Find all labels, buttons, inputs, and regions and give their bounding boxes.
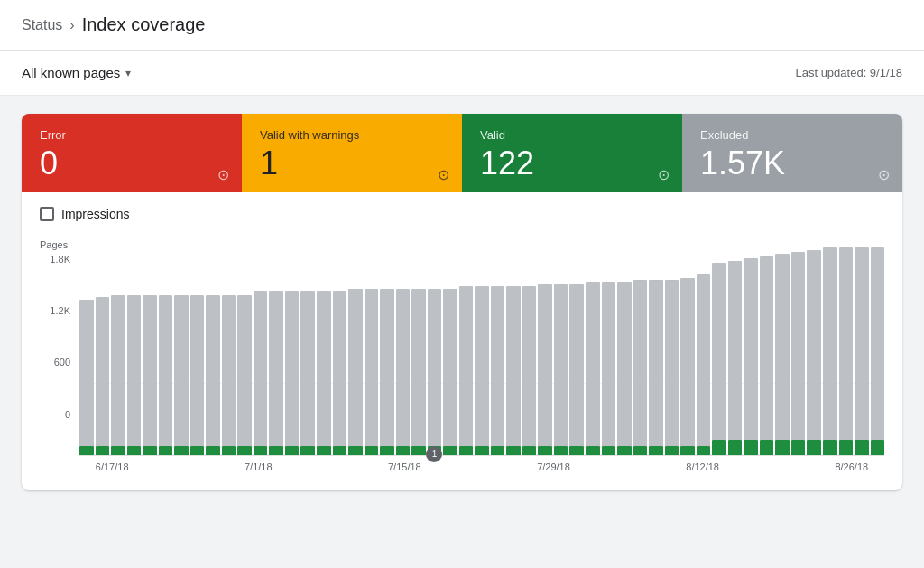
bar-gray bbox=[396, 289, 411, 446]
bar-gray bbox=[760, 256, 774, 440]
bar-group bbox=[871, 239, 885, 455]
tile-valid-value: 122 bbox=[480, 145, 664, 182]
bar-group bbox=[617, 239, 632, 455]
bar-gray bbox=[602, 282, 616, 446]
bar-green bbox=[333, 446, 347, 455]
bar-green bbox=[411, 446, 426, 455]
bar-group bbox=[807, 239, 821, 455]
bar-group bbox=[159, 239, 173, 455]
tile-excluded-value: 1.57K bbox=[700, 145, 884, 182]
tile-excluded[interactable]: Excluded 1.57K ⊙ bbox=[682, 114, 902, 192]
bar-group bbox=[443, 239, 457, 455]
bar-gray bbox=[300, 291, 315, 446]
bar-gray bbox=[791, 252, 806, 440]
bar-group bbox=[127, 239, 142, 455]
bar-group bbox=[728, 239, 743, 455]
bar-gray bbox=[855, 247, 869, 440]
bar-group bbox=[697, 239, 711, 455]
bar-green bbox=[174, 446, 189, 455]
tile-valid[interactable]: Valid 122 ⊙ bbox=[462, 114, 682, 192]
annotation-dot[interactable]: 1 bbox=[426, 446, 442, 462]
bar-group bbox=[554, 239, 568, 455]
bar-green bbox=[586, 446, 600, 455]
bar-gray bbox=[871, 247, 885, 440]
bar-gray bbox=[111, 295, 125, 446]
bar-gray bbox=[254, 291, 268, 446]
y-tick-3: 600 bbox=[54, 357, 76, 368]
filter-dropdown[interactable]: All known pages ▾ bbox=[22, 61, 131, 84]
bar-green bbox=[222, 446, 236, 455]
bar-gray bbox=[775, 254, 790, 440]
bar-green bbox=[791, 440, 806, 455]
bar-group bbox=[206, 239, 220, 455]
bar-group bbox=[79, 239, 94, 455]
chevron-down-icon: ▾ bbox=[125, 67, 131, 79]
bar-green bbox=[317, 446, 331, 455]
bar-group bbox=[269, 239, 283, 455]
impressions-label: Impressions bbox=[61, 207, 129, 221]
tile-warning-value: 1 bbox=[260, 145, 444, 182]
bar-group bbox=[633, 239, 648, 455]
impressions-checkbox[interactable] bbox=[40, 207, 54, 221]
tile-excluded-label: Excluded bbox=[700, 128, 884, 142]
help-icon-valid[interactable]: ⊙ bbox=[658, 166, 670, 183]
bar-group bbox=[317, 239, 331, 455]
tile-warning[interactable]: Valid with warnings 1 ⊙ bbox=[242, 114, 462, 192]
bar-gray bbox=[569, 284, 584, 446]
bar-gray bbox=[649, 280, 663, 446]
help-icon-error[interactable]: ⊙ bbox=[217, 166, 229, 183]
bar-green bbox=[206, 446, 220, 455]
status-tiles: Error 0 ⊙ Valid with warnings 1 ⊙ Valid … bbox=[22, 114, 902, 192]
x-label-5: 8/12/18 bbox=[686, 461, 719, 472]
bar-group bbox=[222, 239, 236, 455]
help-icon-warning[interactable]: ⊙ bbox=[438, 166, 449, 183]
bar-gray bbox=[728, 261, 743, 440]
x-label-3: 7/15/18 bbox=[388, 461, 421, 472]
bar-gray bbox=[411, 289, 426, 446]
bar-green bbox=[159, 446, 173, 455]
bar-green bbox=[396, 446, 411, 455]
impressions-toggle[interactable]: Impressions bbox=[40, 207, 884, 221]
bar-gray bbox=[143, 295, 157, 446]
bar-gray bbox=[333, 291, 347, 446]
bar-green bbox=[554, 446, 568, 455]
bar-gray bbox=[680, 278, 695, 446]
bar-group bbox=[839, 239, 854, 455]
bar-gray bbox=[823, 247, 837, 440]
filter-label: All known pages bbox=[22, 65, 120, 80]
bar-gray bbox=[617, 282, 632, 446]
bar-group bbox=[96, 239, 110, 455]
bar-green bbox=[744, 440, 758, 455]
bar-group bbox=[665, 239, 679, 455]
chart-section: Impressions Pages 1.8K 1.2K 600 0 bbox=[22, 192, 902, 490]
bar-green bbox=[269, 446, 283, 455]
bar-green bbox=[237, 446, 252, 455]
y-axis-ticks: 1.8K 1.2K 600 0 bbox=[40, 254, 76, 420]
tile-error[interactable]: Error 0 ⊙ bbox=[22, 114, 242, 192]
bar-green bbox=[475, 446, 489, 455]
bar-green bbox=[871, 440, 885, 455]
x-label-4: 7/29/18 bbox=[537, 461, 570, 472]
bar-group bbox=[111, 239, 125, 455]
x-label-6: 8/26/18 bbox=[835, 461, 868, 472]
bar-group bbox=[237, 239, 252, 455]
last-updated-label: Last updated: 9/1/18 bbox=[795, 66, 902, 79]
x-label-1: 6/17/18 bbox=[96, 461, 129, 472]
bar-group bbox=[396, 239, 411, 455]
bar-group bbox=[475, 239, 489, 455]
bar-group bbox=[285, 239, 300, 455]
bar-gray bbox=[839, 247, 854, 440]
bar-gray bbox=[348, 289, 363, 446]
bar-gray bbox=[633, 280, 648, 446]
bar-green bbox=[127, 446, 142, 455]
bar-gray bbox=[665, 280, 679, 446]
bar-gray bbox=[554, 284, 568, 446]
bar-green bbox=[569, 446, 584, 455]
bar-group bbox=[760, 239, 774, 455]
help-icon-excluded[interactable]: ⊙ bbox=[878, 166, 890, 183]
x-axis-labels: 6/17/18 7/1/18 7/15/18 7/29/18 8/12/18 8… bbox=[79, 461, 884, 472]
bar-green bbox=[491, 446, 505, 455]
y-tick-4: 0 bbox=[65, 409, 76, 420]
x-axis: 6/17/18 7/1/18 7/15/18 7/29/18 8/12/18 8… bbox=[40, 461, 884, 472]
bar-gray bbox=[127, 295, 142, 446]
